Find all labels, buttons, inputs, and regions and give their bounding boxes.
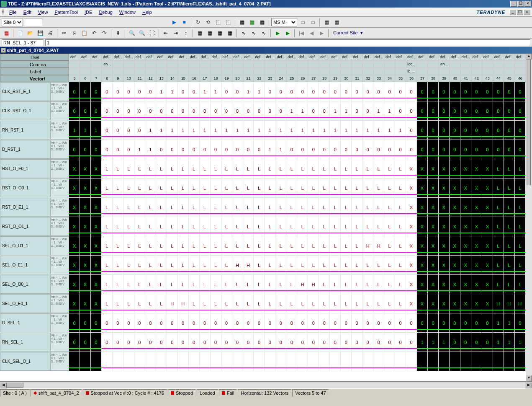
signal-cell[interactable]: L [102,217,113,236]
signal-cell[interactable]: L [373,256,384,274]
signal-cell[interactable]: 0 [297,82,308,101]
signal-cell[interactable]: 0 [275,313,286,332]
signal-cell[interactable]: 1 [243,121,254,140]
header-cell[interactable] [515,68,526,75]
signal-cell[interactable]: L [232,236,243,255]
signal-cell[interactable]: 1 [515,333,526,352]
signal-cell[interactable]: L [297,178,308,197]
header-cell[interactable] [330,68,341,75]
signal-cell[interactable]: L [265,294,275,313]
signal-cell[interactable]: 0 [113,333,123,352]
signal-cell[interactable]: 0 [189,140,200,159]
signal-cell[interactable]: L [134,256,145,274]
signal-cell[interactable]: L [189,159,200,178]
signal-cell[interactable]: L [493,275,504,294]
signal-cell[interactable]: 1 [91,121,102,140]
signal-cell[interactable]: 0 [211,101,221,120]
signal-cell[interactable]: X [406,217,417,236]
header-cell[interactable] [232,68,243,75]
signal-cell[interactable]: 0 [134,101,145,120]
signal-cell[interactable]: 1 [211,121,221,140]
signal-cell[interactable]: 1 [373,101,384,120]
signal-cell[interactable]: 0 [373,333,384,352]
signal-cell[interactable]: L [319,236,330,255]
signal-cell[interactable]: L [221,217,232,236]
signal-cell[interactable]: 0 [493,121,504,140]
signal-cell[interactable]: X [69,217,80,236]
signal-cell[interactable]: 0 [493,101,504,120]
vector-header[interactable]: 34 [384,75,395,82]
scroll-left-icon[interactable]: ◀ [0,383,7,388]
signal-cell[interactable]: 0 [384,313,395,332]
signal-cell[interactable]: 0 [123,333,134,352]
signal-cell[interactable]: 0 [200,101,211,120]
signal-cell[interactable]: L [504,236,515,255]
signal-cell[interactable]: L [102,294,113,313]
header-cell[interactable] [221,61,232,68]
header-cell[interactable] [297,68,308,75]
signal-cell[interactable]: L [395,256,406,274]
header-cell[interactable] [297,61,308,68]
signal-cell[interactable]: 0 [482,101,493,120]
signal-cell[interactable]: X [69,275,80,294]
vector-header[interactable]: 15 [178,75,189,82]
signal-cell[interactable]: 0 [504,140,515,159]
signal-cell[interactable]: X [482,198,493,217]
signal-cell[interactable]: 1 [493,333,504,352]
signal-cell[interactable]: 0 [69,101,80,120]
tool-icon-4[interactable]: ⬚ [224,18,233,27]
signal-cell[interactable]: 0 [406,101,417,120]
header-cell[interactable] [113,61,123,68]
signal-cell[interactable]: 1 [254,121,265,140]
marker-icon[interactable]: ⬇ [113,28,123,38]
signal-cell[interactable]: 0 [493,140,504,159]
vector-header[interactable]: 36 [406,75,417,82]
signal-cell[interactable]: X [450,217,460,236]
minimize-button[interactable]: _ [510,1,517,7]
signal-cell[interactable]: L [134,198,145,217]
signal-cell[interactable]: H [178,294,189,313]
hscroll-thumb[interactable] [7,383,23,388]
signal-cell[interactable]: X [428,217,439,236]
signal-cell[interactable]: 0 [460,101,471,120]
signal-cell[interactable]: 0 [102,313,113,332]
menu-debug[interactable]: Debug [95,9,116,16]
signal-cell[interactable]: L [167,275,178,294]
signal-cell[interactable]: L [156,198,167,217]
signal-cell[interactable]: 0 [319,82,330,101]
signal-cell[interactable]: 0 [275,101,286,120]
header-cell[interactable]: def... [341,54,352,61]
signal-cell[interactable]: 0 [113,101,123,120]
signal-cell[interactable]: L [254,198,265,217]
signal-cell[interactable]: 0 [417,101,428,120]
signal-cell[interactable]: L [265,236,275,255]
signal-cell[interactable]: H [373,236,384,255]
header-cell[interactable]: def... [80,54,91,61]
header-cell[interactable] [373,68,384,75]
signal-cell[interactable]: L [178,159,189,178]
signal-cell[interactable]: L [341,178,352,197]
signal-cell[interactable]: 0 [113,140,123,159]
signal-cell[interactable]: L [308,294,319,313]
signal-cell[interactable] [156,352,167,371]
signal-cell[interactable]: L [134,159,145,178]
signal-cell[interactable]: 1 [330,101,341,120]
signal-cell[interactable]: 1 [308,121,319,140]
signal-cell[interactable]: L [297,256,308,274]
signal-cell[interactable]: L [384,217,395,236]
header-cell[interactable] [167,61,178,68]
signal-cell[interactable]: 0 [178,313,189,332]
signal-cell[interactable] [341,352,352,371]
signal-cell[interactable]: X [471,198,482,217]
scroll-right-icon[interactable]: ▶ [525,383,532,388]
signal-cell[interactable] [275,352,286,371]
signal-cell[interactable]: 0 [102,82,113,101]
tool-icon-2[interactable]: ⟲ [203,18,213,27]
header-cell[interactable]: def... [265,54,275,61]
signal-cell[interactable]: L [145,256,156,274]
signal-cell[interactable]: L [275,198,286,217]
signal-cell[interactable]: 1 [178,121,189,140]
signal-cell[interactable]: 1 [297,121,308,140]
signal-cell[interactable]: L [319,256,330,274]
signal-cell[interactable]: 0 [91,101,102,120]
